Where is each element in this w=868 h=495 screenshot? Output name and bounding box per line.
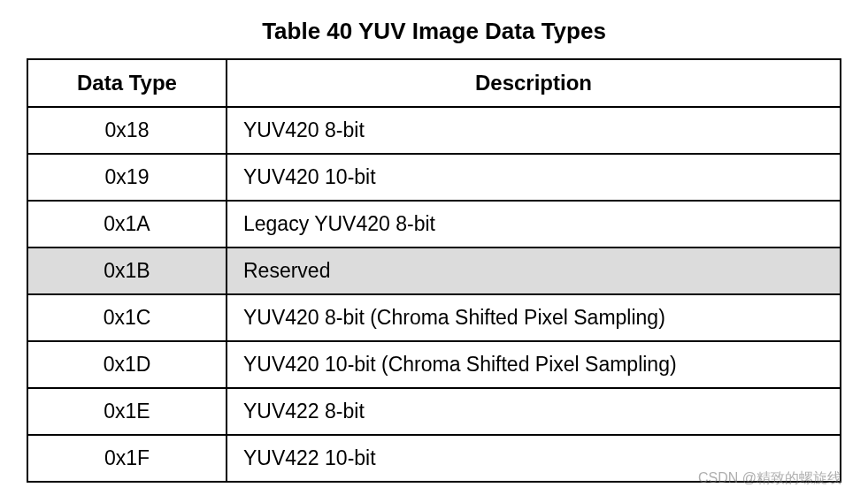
table-row: 0x19 YUV420 10-bit bbox=[27, 154, 841, 201]
cell-data-type: 0x1D bbox=[27, 341, 227, 388]
cell-data-type: 0x18 bbox=[27, 107, 227, 154]
cell-description: YUV420 10-bit (Chroma Shifted Pixel Samp… bbox=[227, 341, 841, 388]
cell-description: YUV422 8-bit bbox=[227, 388, 841, 435]
cell-data-type: 0x1F bbox=[27, 435, 227, 482]
data-type-table: Data Type Description 0x18 YUV420 8-bit … bbox=[27, 58, 841, 483]
table-row: 0x1E YUV422 8-bit bbox=[27, 388, 841, 435]
cell-data-type: 0x1C bbox=[27, 294, 227, 341]
header-data-type: Data Type bbox=[27, 59, 227, 107]
table-row: 0x1C YUV420 8-bit (Chroma Shifted Pixel … bbox=[27, 294, 841, 341]
table-row: 0x1A Legacy YUV420 8-bit bbox=[27, 201, 841, 248]
cell-description: Reserved bbox=[227, 248, 841, 294]
table-row: 0x1D YUV420 10-bit (Chroma Shifted Pixel… bbox=[27, 341, 841, 388]
header-description: Description bbox=[227, 59, 841, 107]
table-body: 0x18 YUV420 8-bit 0x19 YUV420 10-bit 0x1… bbox=[27, 107, 841, 482]
cell-description: YUV420 8-bit (Chroma Shifted Pixel Sampl… bbox=[227, 294, 841, 341]
cell-data-type: 0x1A bbox=[27, 201, 227, 248]
cell-description: YUV420 8-bit bbox=[227, 107, 841, 154]
cell-data-type: 0x1E bbox=[27, 388, 227, 435]
watermark-text: CSDN @精致的螺旋线 bbox=[698, 469, 841, 488]
table-title: Table 40 YUV Image Data Types bbox=[27, 18, 841, 45]
table-row: 0x18 YUV420 8-bit bbox=[27, 107, 841, 154]
cell-data-type: 0x19 bbox=[27, 154, 227, 201]
cell-description: YUV420 10-bit bbox=[227, 154, 841, 201]
table-row-reserved: 0x1B Reserved bbox=[27, 248, 841, 294]
cell-description: Legacy YUV420 8-bit bbox=[227, 201, 841, 248]
table-header-row: Data Type Description bbox=[27, 59, 841, 107]
cell-data-type: 0x1B bbox=[27, 248, 227, 294]
